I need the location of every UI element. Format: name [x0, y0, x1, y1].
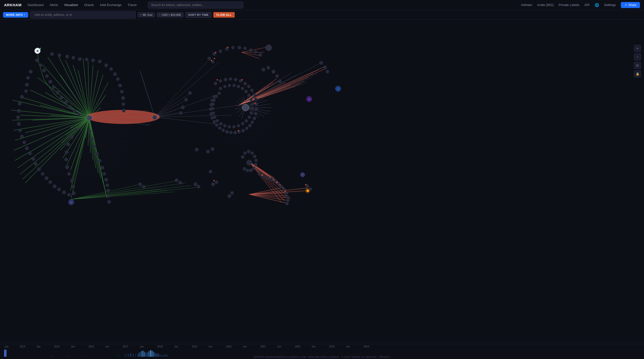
nb10[interactable] [72, 191, 75, 195]
mm3[interactable] [25, 83, 29, 86]
br11[interactable] [243, 167, 246, 170]
tag-usd[interactable]: × USD × $10.00K [157, 12, 183, 17]
ni7[interactable] [56, 91, 59, 94]
n1[interactable] [50, 52, 54, 56]
rb23[interactable] [225, 130, 229, 133]
ur2[interactable] [267, 66, 270, 69]
br-hub[interactable] [247, 160, 252, 165]
ni1[interactable] [35, 59, 39, 62]
ri23[interactable] [212, 112, 215, 115]
n21[interactable] [16, 116, 20, 119]
ri24[interactable] [211, 107, 214, 110]
bot2[interactable] [142, 185, 145, 188]
n32[interactable] [45, 176, 48, 180]
n13[interactable] [118, 84, 122, 87]
rb4[interactable] [229, 77, 232, 80]
rb11[interactable] [254, 98, 257, 101]
lock-button[interactable]: 🔒 [634, 70, 641, 77]
rb7[interactable] [244, 82, 247, 85]
fr1[interactable] [323, 66, 327, 69]
ri3[interactable] [228, 84, 231, 87]
n5[interactable] [78, 57, 82, 61]
rb2[interactable] [219, 79, 222, 82]
rb14[interactable] [254, 112, 257, 115]
n33[interactable] [49, 181, 52, 184]
nav-api[interactable]: API [584, 3, 590, 7]
rside4[interactable] [179, 111, 182, 115]
tl5[interactable] [209, 170, 212, 173]
ur3[interactable] [272, 70, 275, 73]
node-mid[interactable] [152, 115, 157, 120]
brf11[interactable] [286, 199, 290, 202]
rb27[interactable] [213, 120, 216, 123]
ri13[interactable] [248, 116, 251, 119]
rb9[interactable] [250, 89, 254, 92]
nav-arkham[interactable]: Arkham [521, 3, 532, 7]
nr9[interactable] [106, 184, 109, 187]
ru1[interactable] [208, 57, 211, 60]
br9[interactable] [249, 169, 253, 172]
br3[interactable] [247, 150, 250, 153]
n17[interactable] [122, 109, 126, 112]
rb5[interactable] [234, 78, 237, 81]
n29[interactable] [34, 162, 37, 166]
n19[interactable] [18, 102, 21, 105]
node-main-hub[interactable] [87, 115, 92, 121]
n10[interactable] [109, 67, 113, 71]
node-upper-right[interactable] [266, 45, 272, 51]
brf4[interactable] [270, 177, 273, 181]
n26[interactable] [25, 147, 29, 150]
ri7[interactable] [245, 90, 248, 93]
n23[interactable] [18, 129, 22, 132]
fr2[interactable] [326, 70, 329, 73]
nb1[interactable] [74, 128, 77, 131]
nav-tracer[interactable]: Tracer [128, 3, 137, 7]
ur5[interactable] [278, 79, 281, 83]
rb10[interactable] [253, 93, 256, 96]
rc8[interactable] [254, 51, 257, 54]
n28[interactable] [31, 157, 35, 161]
nav-settings[interactable]: Settings [604, 3, 616, 7]
tag-mtgox[interactable]: × Mt. Gox [138, 12, 155, 17]
nr12[interactable] [107, 200, 111, 204]
brf1[interactable] [258, 172, 261, 175]
n14[interactable] [120, 90, 124, 93]
n27[interactable] [28, 152, 32, 155]
nb5[interactable] [64, 158, 68, 161]
bot8[interactable] [215, 181, 218, 184]
n16[interactable] [122, 103, 125, 106]
bot4[interactable] [179, 181, 182, 184]
bot6[interactable] [197, 185, 200, 188]
mm4[interactable] [24, 89, 28, 93]
bot1[interactable] [138, 183, 142, 186]
nr11[interactable] [107, 194, 110, 198]
rc2[interactable] [219, 50, 222, 53]
nb3[interactable] [67, 143, 70, 146]
rside3[interactable] [181, 106, 185, 109]
ri17[interactable] [232, 125, 235, 128]
n30[interactable] [37, 167, 41, 171]
graph-area[interactable]: ⊕ ⊕ b m ⬛ 🟠 [0, 20, 644, 344]
rc5[interactable] [238, 46, 241, 49]
flow-all-button[interactable]: FLOW ALL [213, 12, 234, 18]
nav-translate-icon[interactable]: 🌐 [595, 3, 599, 7]
br6[interactable] [255, 159, 258, 162]
nb2[interactable] [70, 135, 73, 139]
rb22[interactable] [229, 131, 232, 134]
node-br-1[interactable]: ⬛ [300, 172, 305, 177]
brf8[interactable] [282, 188, 285, 191]
n11[interactable] [113, 72, 117, 76]
tl6[interactable] [211, 147, 214, 151]
ni11[interactable] [73, 109, 76, 113]
ri12[interactable] [250, 112, 253, 115]
nr10[interactable] [106, 189, 110, 192]
br10[interactable] [246, 169, 249, 172]
br4[interactable] [251, 152, 254, 155]
nr8[interactable] [104, 178, 108, 182]
zoom-out-button[interactable]: − [634, 53, 641, 60]
ri5[interactable] [237, 85, 240, 88]
n2[interactable] [58, 54, 61, 57]
ni9[interactable] [64, 101, 68, 104]
n4[interactable] [72, 56, 75, 59]
n35[interactable] [57, 188, 61, 191]
